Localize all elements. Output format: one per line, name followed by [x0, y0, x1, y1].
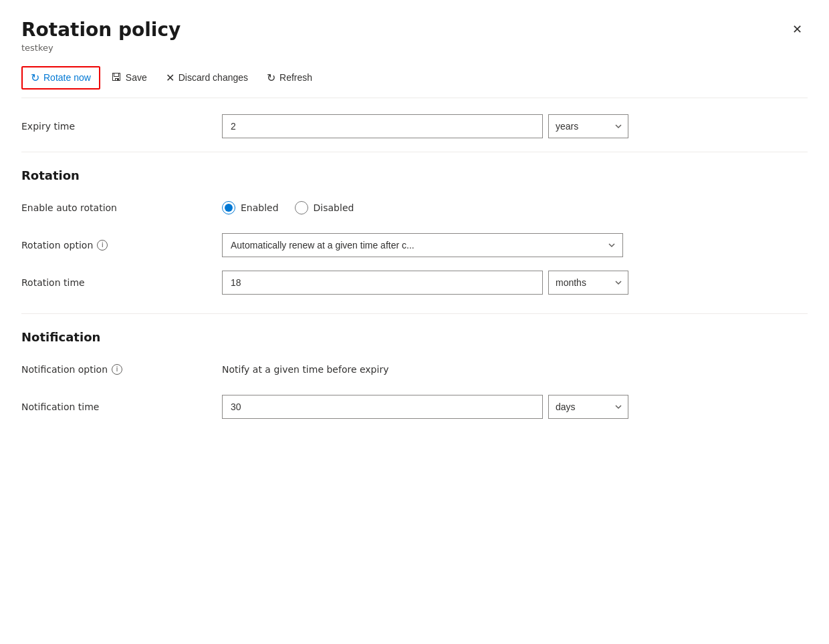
rotate-now-label: Rotate now [43, 72, 91, 83]
refresh-label: Refresh [279, 72, 312, 83]
notification-time-input[interactable] [222, 395, 543, 419]
notification-time-row: Notification time days months years [21, 395, 808, 419]
enabled-radio[interactable] [222, 201, 235, 214]
rotation-section-heading: Rotation [21, 168, 808, 182]
rotation-section: Rotation Enable auto rotation Enabled Di… [21, 168, 808, 295]
rotation-option-select[interactable]: Automatically renew at a given time afte… [222, 233, 623, 257]
expiry-time-unit-select[interactable]: days months years [548, 114, 628, 138]
panel-title: Rotation policy [21, 19, 808, 41]
discard-label: Discard changes [179, 72, 248, 83]
rotation-option-label: Rotation option i [21, 240, 222, 251]
notification-time-unit-select[interactable]: days months years [548, 395, 628, 419]
toolbar: ↻ Rotate now 🖫 Save ✕ Discard changes ↻ … [21, 58, 808, 98]
rotation-policy-panel: Rotation policy testkey ✕ ↻ Rotate now 🖫… [0, 0, 829, 644]
disabled-radio[interactable] [295, 201, 308, 214]
panel-subtitle: testkey [21, 43, 808, 53]
panel-header: Rotation policy testkey [21, 19, 808, 53]
notification-option-controls: Notify at a given time before expiry [222, 364, 808, 375]
rotation-time-row: Rotation time days months years [21, 271, 808, 295]
rotation-option-controls: Automatically renew at a given time afte… [222, 233, 808, 257]
rotation-time-unit-select[interactable]: days months years [548, 271, 628, 295]
discard-changes-button[interactable]: ✕ Discard changes [158, 67, 256, 88]
disabled-radio-label[interactable]: Disabled [295, 201, 354, 214]
auto-rotation-row: Enable auto rotation Enabled Disabled [21, 196, 808, 220]
section-divider-notification [21, 313, 808, 314]
refresh-icon: ↻ [267, 71, 275, 84]
notification-option-info-icon[interactable]: i [112, 364, 122, 375]
enabled-label: Enabled [241, 202, 279, 213]
auto-rotation-controls: Enabled Disabled [222, 201, 808, 214]
save-icon: 🖫 [111, 71, 122, 84]
expiry-time-row: Expiry time days months years [21, 114, 808, 138]
save-label: Save [126, 72, 147, 83]
rotation-time-input[interactable] [222, 271, 543, 295]
section-divider-rotation [21, 152, 808, 152]
rotation-time-controls: days months years [222, 271, 808, 295]
auto-rotation-label: Enable auto rotation [21, 202, 222, 213]
save-button[interactable]: 🖫 Save [103, 67, 155, 88]
notification-time-label: Notification time [21, 401, 222, 412]
expiry-time-input[interactable] [222, 114, 543, 138]
disabled-label: Disabled [314, 202, 354, 213]
rotation-option-info-icon[interactable]: i [97, 240, 108, 251]
rotate-now-button[interactable]: ↻ Rotate now [21, 66, 100, 90]
rotation-option-row: Rotation option i Automatically renew at… [21, 233, 808, 257]
rotation-time-label: Rotation time [21, 277, 222, 288]
refresh-button[interactable]: ↻ Refresh [259, 67, 320, 88]
expiry-time-controls: days months years [222, 114, 808, 138]
rotate-icon: ↻ [31, 71, 39, 84]
close-icon: ✕ [792, 22, 802, 37]
notification-option-label: Notification option i [21, 364, 222, 375]
notification-option-row: Notification option i Notify at a given … [21, 357, 808, 381]
notification-section-heading: Notification [21, 330, 808, 344]
enabled-radio-label[interactable]: Enabled [222, 201, 279, 214]
notification-time-controls: days months years [222, 395, 808, 419]
notification-section: Notification Notification option i Notif… [21, 330, 808, 419]
expiry-time-label: Expiry time [21, 121, 222, 132]
discard-icon: ✕ [166, 71, 174, 84]
notification-option-value: Notify at a given time before expiry [222, 364, 388, 375]
close-button[interactable]: ✕ [786, 19, 808, 40]
